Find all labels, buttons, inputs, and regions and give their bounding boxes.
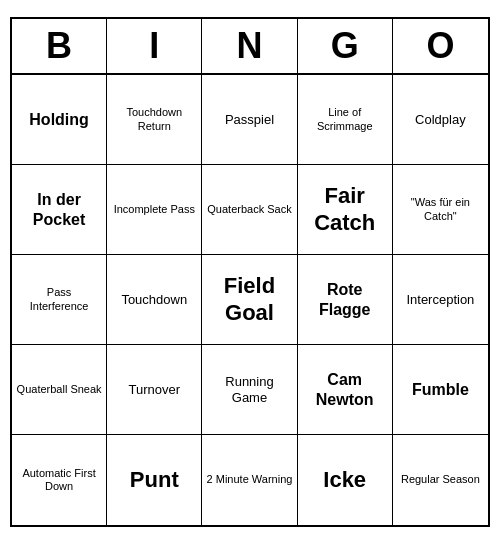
cell-text-16: Turnover xyxy=(129,382,181,398)
cell-text-11: Touchdown xyxy=(121,292,187,308)
cell-text-20: Automatic First Down xyxy=(16,467,102,493)
bingo-cell-15: Quaterball Sneak xyxy=(12,345,107,435)
cell-text-22: 2 Minute Warning xyxy=(207,473,293,486)
cell-text-7: Quaterback Sack xyxy=(207,203,291,216)
cell-text-4: Coldplay xyxy=(415,112,466,128)
bingo-cell-24: Regular Season xyxy=(393,435,488,525)
bingo-cell-1: Touchdown Return xyxy=(107,75,202,165)
cell-text-17: Running Game xyxy=(206,374,292,405)
cell-text-21: Punt xyxy=(130,467,179,493)
cell-text-23: Icke xyxy=(323,467,366,493)
cell-text-9: "Was für ein Catch" xyxy=(397,196,484,222)
bingo-cell-13: Rote Flagge xyxy=(298,255,393,345)
cell-text-0: Holding xyxy=(29,110,89,129)
bingo-grid: HoldingTouchdown ReturnPasspielLine of S… xyxy=(12,75,488,525)
cell-text-12: Field Goal xyxy=(206,273,292,326)
cell-text-14: Interception xyxy=(406,292,474,308)
cell-text-6: Incomplete Pass xyxy=(114,203,195,216)
cell-text-19: Fumble xyxy=(412,380,469,399)
cell-text-15: Quaterball Sneak xyxy=(17,383,102,396)
bingo-cell-22: 2 Minute Warning xyxy=(202,435,297,525)
cell-text-13: Rote Flagge xyxy=(302,280,388,318)
bingo-letter-b: B xyxy=(12,19,107,73)
bingo-cell-14: Interception xyxy=(393,255,488,345)
bingo-cell-18: Cam Newton xyxy=(298,345,393,435)
bingo-cell-3: Line of Scrimmage xyxy=(298,75,393,165)
bingo-cell-2: Passpiel xyxy=(202,75,297,165)
bingo-header: BINGO xyxy=(12,19,488,75)
bingo-cell-23: Icke xyxy=(298,435,393,525)
bingo-cell-4: Coldplay xyxy=(393,75,488,165)
cell-text-5: In der Pocket xyxy=(16,190,102,228)
cell-text-1: Touchdown Return xyxy=(111,106,197,132)
bingo-card: BINGO HoldingTouchdown ReturnPasspielLin… xyxy=(10,17,490,527)
cell-text-8: Fair Catch xyxy=(302,183,388,236)
cell-text-10: Pass Interference xyxy=(16,286,102,312)
bingo-cell-7: Quaterback Sack xyxy=(202,165,297,255)
bingo-cell-9: "Was für ein Catch" xyxy=(393,165,488,255)
bingo-letter-g: G xyxy=(298,19,393,73)
bingo-cell-10: Pass Interference xyxy=(12,255,107,345)
bingo-cell-5: In der Pocket xyxy=(12,165,107,255)
cell-text-2: Passpiel xyxy=(225,112,274,128)
bingo-cell-6: Incomplete Pass xyxy=(107,165,202,255)
bingo-cell-20: Automatic First Down xyxy=(12,435,107,525)
bingo-cell-0: Holding xyxy=(12,75,107,165)
bingo-letter-n: N xyxy=(202,19,297,73)
cell-text-3: Line of Scrimmage xyxy=(302,106,388,132)
bingo-cell-8: Fair Catch xyxy=(298,165,393,255)
bingo-cell-12: Field Goal xyxy=(202,255,297,345)
cell-text-24: Regular Season xyxy=(401,473,480,486)
bingo-cell-19: Fumble xyxy=(393,345,488,435)
cell-text-18: Cam Newton xyxy=(302,370,388,408)
bingo-letter-i: I xyxy=(107,19,202,73)
bingo-cell-21: Punt xyxy=(107,435,202,525)
bingo-cell-11: Touchdown xyxy=(107,255,202,345)
bingo-cell-17: Running Game xyxy=(202,345,297,435)
bingo-cell-16: Turnover xyxy=(107,345,202,435)
bingo-letter-o: O xyxy=(393,19,488,73)
